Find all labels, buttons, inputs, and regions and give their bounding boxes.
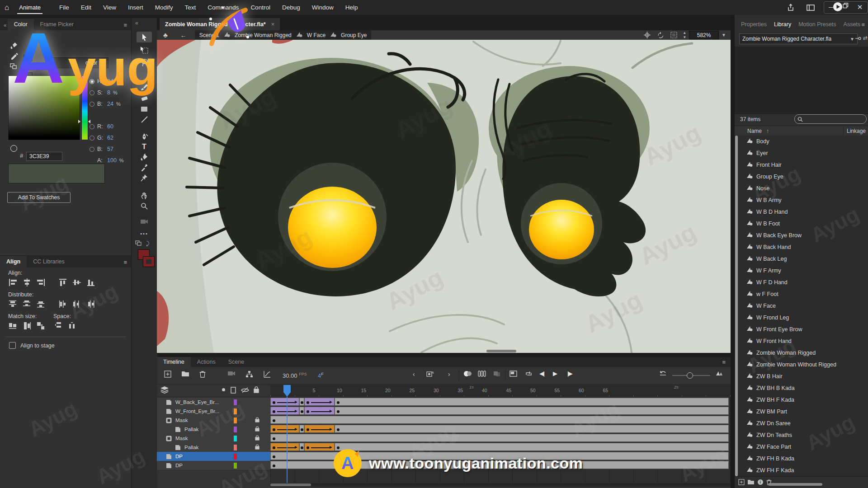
line-tool[interactable] — [137, 114, 152, 125]
layer-frames-row[interactable] — [270, 434, 731, 443]
collapse-tools-icon[interactable]: « — [135, 20, 138, 26]
stroke-color-tool[interactable] — [10, 52, 19, 61]
library-item[interactable]: ZW BM Part — [735, 406, 868, 418]
next-keyframe-icon[interactable]: › — [448, 371, 450, 378]
layer-color-chip[interactable] — [234, 463, 237, 469]
layer-color-chip[interactable] — [234, 399, 237, 405]
reset-timeline-zoom-icon[interactable] — [660, 371, 666, 376]
library-item[interactable]: Zombie Woman Without Rigged — [735, 359, 868, 371]
layer-color-chip[interactable] — [234, 418, 237, 423]
step-forward-button[interactable]: ▕▶ — [565, 370, 573, 377]
hand-tool[interactable] — [137, 190, 152, 201]
library-item[interactable]: W Back Eye Brow — [735, 230, 868, 241]
library-horizontal-scrollbar[interactable] — [768, 483, 822, 486]
layer-row[interactable]: Pallak — [157, 443, 270, 452]
minimize-button[interactable]: — — [826, 3, 838, 10]
frame-span[interactable] — [304, 407, 335, 415]
tab-timeline[interactable]: Timeline — [157, 357, 191, 367]
library-document-dropdown[interactable]: Zombie Woman Rigged Character.fla ▼ — [739, 33, 858, 44]
color-radio[interactable] — [90, 136, 94, 141]
layer-frames-row[interactable] — [270, 398, 731, 407]
library-item[interactable]: ZW BH B Kada — [735, 382, 868, 394]
color-panel-menu-icon[interactable]: ≡ — [119, 20, 131, 30]
fill-color-tool[interactable] — [10, 42, 19, 51]
match-w-button[interactable] — [7, 321, 18, 330]
clip-content-icon[interactable] — [670, 32, 677, 38]
layer-row[interactable]: W_Back_Eye_Br... — [157, 398, 270, 407]
new-symbol-button[interactable] — [738, 479, 745, 487]
frame-span[interactable] — [270, 452, 729, 460]
color-radio[interactable] — [90, 124, 94, 129]
frame-span[interactable] — [335, 398, 729, 406]
onion-skin-outline-icon[interactable] — [478, 371, 486, 377]
insert-keyframe-icon[interactable]: A — [426, 371, 434, 378]
close-tab-icon[interactable]: × — [271, 21, 274, 28]
color-value[interactable]: 62 — [107, 135, 113, 141]
add-camera-button[interactable] — [227, 371, 236, 376]
zoom-level-input[interactable]: 582% — [689, 31, 719, 39]
color-value[interactable]: 100 — [107, 157, 117, 164]
tab-align[interactable]: Align — [0, 256, 27, 267]
tab-color[interactable]: Color — [8, 19, 34, 30]
lock-column-icon[interactable] — [254, 386, 259, 393]
timeline-menu-icon[interactable]: ≡ — [717, 359, 731, 366]
color-value[interactable]: 8 — [107, 89, 110, 96]
outline-column-icon[interactable] — [231, 387, 236, 394]
library-panel-menu-icon[interactable]: ≡ — [861, 21, 864, 28]
paint-bucket-tool[interactable] — [137, 152, 152, 163]
collapse-panel-icon[interactable]: « — [0, 20, 8, 30]
layer-lock-icon[interactable] — [254, 426, 261, 432]
document-tab[interactable]: Zombie Woman Rigged Character.fla* × — [160, 18, 280, 30]
stage-horizontal-scrollbar[interactable] — [486, 350, 516, 352]
selection-tool[interactable] — [137, 32, 152, 42]
menu-animate[interactable]: Animate — [13, 4, 47, 11]
frame-span[interactable] — [270, 416, 729, 424]
share-icon[interactable] — [787, 4, 795, 12]
color-radio[interactable] — [90, 79, 94, 84]
new-folder-button[interactable] — [747, 479, 755, 486]
eyedropper-tool[interactable] — [137, 162, 152, 173]
layer-color-chip[interactable] — [234, 454, 237, 460]
menu-item-control[interactable]: Control — [245, 4, 276, 11]
hex-input[interactable]: 3C3E39 — [26, 152, 62, 161]
menu-item-file[interactable]: File — [53, 4, 75, 11]
play-button[interactable]: ▶ — [553, 370, 557, 377]
layer-parenting-button[interactable] — [245, 371, 253, 378]
text-tool[interactable]: T — [137, 141, 152, 152]
match-both-button[interactable] — [35, 321, 46, 330]
library-item[interactable]: W Front Hand — [735, 335, 868, 347]
tab-library[interactable]: Library — [771, 19, 794, 30]
library-column-headers[interactable]: Name ↑ Linkage — [735, 126, 868, 136]
frame-span[interactable] — [335, 443, 729, 451]
library-item[interactable]: Zombie Woman Rigged — [735, 347, 868, 359]
dist-right-button[interactable] — [85, 300, 96, 309]
layer-frames-row[interactable] — [270, 416, 731, 425]
center-frame-icon[interactable] — [644, 32, 651, 38]
library-item[interactable]: Nose — [735, 183, 868, 194]
library-item[interactable]: W F Army — [735, 265, 868, 277]
library-item[interactable]: W B Foot — [735, 218, 868, 230]
dist-center-v-button[interactable] — [21, 300, 32, 309]
color-value[interactable]: 57 — [107, 146, 113, 152]
breadcrumb-3[interactable]: Group Eye — [341, 32, 367, 38]
hide-column-icon[interactable] — [241, 387, 249, 394]
step-back-button[interactable]: ◀▏ — [539, 370, 547, 377]
library-item[interactable]: W B Army — [735, 194, 868, 206]
color-value[interactable]: 24 — [107, 101, 113, 107]
align-bottom-button[interactable] — [85, 278, 96, 287]
back-arrow-icon[interactable]: ← — [180, 32, 187, 39]
paint-brush-tool[interactable] — [137, 81, 152, 92]
tab-properties[interactable]: Properties — [738, 19, 769, 30]
tab-scene[interactable]: Scene — [222, 359, 250, 365]
align-panel-menu-icon[interactable]: ≡ — [119, 257, 131, 267]
match-h-button[interactable] — [21, 321, 32, 330]
restore-button[interactable] — [839, 3, 852, 10]
workspace-icon[interactable] — [807, 5, 815, 11]
library-item[interactable]: W Back Hand — [735, 241, 868, 253]
new-library-panel-icon[interactable]: ⇄ — [863, 35, 868, 41]
frame-span[interactable] — [304, 425, 335, 433]
layer-frames-row[interactable] — [270, 461, 731, 470]
show-graph-button[interactable] — [264, 371, 271, 378]
library-item[interactable]: W Frond Leg — [735, 312, 868, 324]
align-to-stage-checkbox[interactable] — [9, 342, 16, 349]
